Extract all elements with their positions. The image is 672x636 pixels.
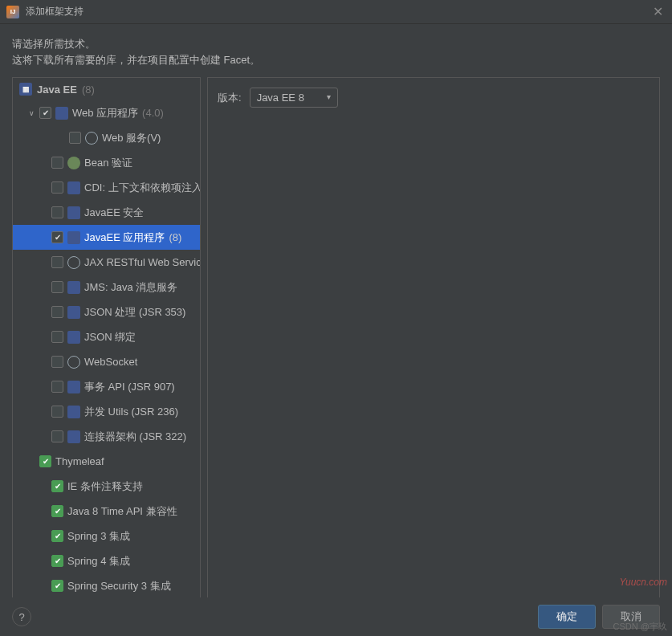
tree-item-jms[interactable]: JMS: Java 消息服务 [13, 275, 200, 300]
watermark1: Yuucn.com [619, 577, 667, 588]
checkbox-jms[interactable] [51, 281, 63, 293]
label-concurrency: 并发 Utils (JSR 236) [84, 405, 178, 419]
label-jsonp: JSON 处理 (JSR 353) [84, 305, 185, 320]
version-row: 版本: Java EE 8 [218, 88, 650, 108]
checkbox-websocket[interactable] [51, 356, 63, 368]
tree-item-cdi[interactable]: CDI: 上下文和依赖项注入 [13, 175, 200, 200]
checkbox-java8time[interactable] [51, 505, 63, 517]
security-icon [67, 206, 80, 219]
checkbox-cdi[interactable] [51, 181, 63, 194]
websocket-icon [67, 356, 80, 369]
ok-button[interactable]: 确定 [538, 605, 596, 629]
checkbox-javaee-app[interactable] [51, 231, 63, 243]
label-websocket: WebSocket [84, 356, 137, 368]
cdi-icon [67, 181, 80, 194]
label-spring3: Spring 3 集成 [67, 529, 130, 544]
window-title: 添加框架支持 [26, 5, 83, 18]
checkbox-security[interactable] [51, 206, 63, 218]
tree-body: ∨Web 应用程序 (4.0)Web 服务(V)Bean 验证CDI: 上下文和… [13, 100, 200, 598]
checkbox-jaxrs[interactable] [51, 256, 63, 268]
framework-tree[interactable]: ▦ Java EE (8) ∨Web 应用程序 (4.0)Web 服务(V)Be… [12, 77, 201, 603]
checkbox-jsonp[interactable] [51, 306, 63, 318]
label-jaxrs: JAX RESTful Web Services [84, 256, 201, 268]
tree-item-javaee-app[interactable]: JavaEE 应用程序 (8) [13, 225, 200, 250]
watermark2: CSDN @宇玖 [613, 621, 667, 633]
version-combo[interactable]: Java EE 8 [250, 88, 338, 108]
tree-item-spring3[interactable]: Spring 3 集成 [13, 524, 200, 548]
checkbox-web-app[interactable] [39, 107, 51, 119]
checkbox-spring4[interactable] [51, 555, 63, 567]
tree-item-connector[interactable]: 连接器架构 (JSR 322) [13, 424, 200, 449]
label-thymeleaf: Thymeleaf [55, 455, 104, 467]
label-web-app: Web 应用程序 [72, 106, 138, 120]
tree-item-java8time[interactable]: Java 8 Time API 兼容性 [13, 499, 200, 524]
tree-item-jsonp[interactable]: JSON 处理 (JSR 353) [13, 300, 200, 324]
label-batch: 事务 API (JSR 907) [84, 380, 175, 394]
tree-item-jaxrs[interactable]: JAX RESTful Web Services [13, 250, 200, 275]
main-container: ▦ Java EE (8) ∨Web 应用程序 (4.0)Web 服务(V)Be… [0, 77, 672, 603]
checkbox-bean[interactable] [51, 157, 63, 169]
web-svc-icon [85, 132, 98, 145]
tree-item-spring4[interactable]: Spring 4 集成 [13, 548, 200, 573]
connector-icon [67, 430, 80, 443]
jaxrs-icon [67, 256, 80, 269]
checkbox-web-svc[interactable] [69, 132, 81, 144]
close-icon[interactable]: ✕ [650, 4, 666, 20]
instruction-line2: 这将下载所有需要的库，并在项目配置中创建 Facet。 [12, 52, 660, 68]
tree-item-websocket[interactable]: WebSocket [13, 349, 200, 374]
tree-item-thymeleaf[interactable]: Thymeleaf [13, 449, 200, 474]
label-jsonb: JSON 绑定 [84, 330, 136, 344]
instruction-line1: 请选择所需技术。 [12, 36, 660, 52]
tree-item-web-svc[interactable]: Web 服务(V) [13, 125, 200, 150]
checkbox-batch[interactable] [51, 381, 63, 393]
label-web-svc: Web 服务(V) [102, 131, 161, 145]
jms-icon [67, 281, 80, 294]
tree-item-concurrency[interactable]: 并发 Utils (JSR 236) [13, 399, 200, 424]
version-label: 版本: [218, 91, 242, 105]
chevron-down-icon[interactable]: ∨ [27, 109, 35, 117]
label-security: JavaEE 安全 [84, 206, 144, 220]
root-label: Java EE [37, 84, 77, 96]
tree-item-jsonb[interactable]: JSON 绑定 [13, 324, 200, 349]
detail-panel: 版本: Java EE 8 [207, 77, 660, 603]
tree-item-security[interactable]: JavaEE 安全 [13, 200, 200, 225]
label-springsec: Spring Security 3 集成 [67, 579, 171, 593]
label-java8time: Java 8 Time API 兼容性 [67, 504, 177, 519]
instructions: 请选择所需技术。 这将下载所有需要的库，并在项目配置中创建 Facet。 [0, 24, 672, 77]
app-icon [6, 6, 19, 18]
help-button[interactable]: ? [12, 607, 31, 626]
tree-root-javaee[interactable]: ▦ Java EE (8) [13, 78, 200, 100]
checkbox-ie-cond[interactable] [51, 480, 63, 492]
checkbox-spring3[interactable] [51, 530, 63, 542]
tree-item-batch[interactable]: 事务 API (JSR 907) [13, 374, 200, 399]
jsonp-icon [67, 306, 80, 319]
checkbox-concurrency[interactable] [51, 406, 63, 418]
titlebar: 添加框架支持 ✕ [0, 0, 672, 24]
tree-item-bean[interactable]: Bean 验证 [13, 150, 200, 175]
bean-icon [67, 157, 80, 169]
label-javaee-app: JavaEE 应用程序 [84, 230, 165, 245]
suffix-javaee-app: (8) [169, 231, 181, 243]
jsonb-icon [67, 331, 80, 344]
checkbox-jsonb[interactable] [51, 331, 63, 343]
tree-item-ie-cond[interactable]: IE 条件注释支持 [13, 474, 200, 499]
checkbox-thymeleaf[interactable] [39, 455, 51, 467]
label-bean: Bean 验证 [84, 156, 132, 170]
label-connector: 连接器架构 (JSR 322) [84, 430, 186, 444]
version-value: Java EE 8 [257, 92, 304, 104]
javaee-app-icon [67, 231, 80, 244]
batch-icon [67, 381, 80, 393]
checkbox-connector[interactable] [51, 430, 63, 442]
checkbox-springsec[interactable] [51, 580, 63, 592]
tree-item-web-app[interactable]: ∨Web 应用程序 (4.0) [13, 100, 200, 125]
footer: ? 确定 取消 [0, 597, 672, 636]
label-ie-cond: IE 条件注释支持 [67, 479, 143, 494]
root-suffix: (8) [82, 84, 95, 96]
label-spring4: Spring 4 集成 [67, 554, 130, 569]
web-app-icon [55, 107, 68, 120]
label-jms: JMS: Java 消息服务 [84, 280, 177, 295]
concurrency-icon [67, 406, 80, 418]
suffix-web-app: (4.0) [142, 107, 164, 119]
javaee-icon: ▦ [19, 83, 32, 96]
tree-item-springsec[interactable]: Spring Security 3 集成 [13, 573, 200, 598]
